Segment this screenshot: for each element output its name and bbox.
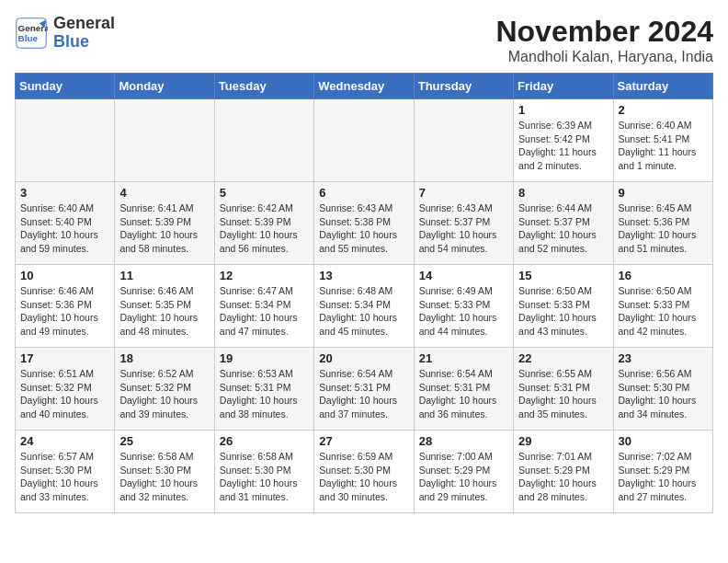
calendar-cell: 6Sunrise: 6:43 AM Sunset: 5:38 PM Daylig… xyxy=(314,182,414,265)
day-info: Sunrise: 6:51 AM Sunset: 5:32 PM Dayligh… xyxy=(20,367,109,421)
day-info: Sunrise: 6:43 AM Sunset: 5:38 PM Dayligh… xyxy=(319,201,408,256)
calendar-cell: 26Sunrise: 6:58 AM Sunset: 5:30 PM Dayli… xyxy=(214,431,313,513)
calendar-week-row: 17Sunrise: 6:51 AM Sunset: 5:32 PM Dayli… xyxy=(16,348,713,431)
day-info: Sunrise: 6:45 AM Sunset: 5:36 PM Dayligh… xyxy=(619,201,708,256)
calendar-cell: 25Sunrise: 6:58 AM Sunset: 5:30 PM Dayli… xyxy=(115,431,214,513)
col-saturday: Saturday xyxy=(613,74,712,99)
day-number: 11 xyxy=(119,269,209,282)
day-number: 16 xyxy=(619,269,708,282)
title-block: November 2024 Mandholi Kalan, Haryana, I… xyxy=(495,15,713,65)
page-header: General Blue General Blue November 2024 … xyxy=(15,15,713,65)
day-number: 3 xyxy=(20,186,109,200)
col-monday: Monday xyxy=(115,74,214,99)
calendar-title: November 2024 xyxy=(495,15,713,49)
day-number: 29 xyxy=(518,434,608,448)
day-number: 18 xyxy=(119,351,209,365)
day-number: 30 xyxy=(619,434,708,448)
col-thursday: Thursday xyxy=(414,74,513,99)
calendar-cell: 11Sunrise: 6:46 AM Sunset: 5:35 PM Dayli… xyxy=(115,265,214,348)
col-tuesday: Tuesday xyxy=(214,74,313,99)
calendar-table: Sunday Monday Tuesday Wednesday Thursday… xyxy=(15,73,713,513)
day-info: Sunrise: 6:43 AM Sunset: 5:37 PM Dayligh… xyxy=(419,201,508,256)
calendar-week-row: 1Sunrise: 6:39 AM Sunset: 5:42 PM Daylig… xyxy=(16,99,713,182)
day-info: Sunrise: 6:49 AM Sunset: 5:33 PM Dayligh… xyxy=(419,284,508,339)
calendar-week-row: 3Sunrise: 6:40 AM Sunset: 5:40 PM Daylig… xyxy=(16,182,713,265)
calendar-cell: 28Sunrise: 7:00 AM Sunset: 5:29 PM Dayli… xyxy=(414,431,513,513)
col-friday: Friday xyxy=(514,74,613,99)
logo: General Blue General Blue xyxy=(15,15,115,52)
calendar-cell: 3Sunrise: 6:40 AM Sunset: 5:40 PM Daylig… xyxy=(16,182,115,265)
calendar-cell: 27Sunrise: 6:59 AM Sunset: 5:30 PM Dayli… xyxy=(314,431,414,513)
day-info: Sunrise: 6:46 AM Sunset: 5:36 PM Dayligh… xyxy=(20,284,109,339)
day-info: Sunrise: 6:40 AM Sunset: 5:41 PM Dayligh… xyxy=(619,119,708,173)
day-number: 15 xyxy=(518,269,608,282)
calendar-week-row: 10Sunrise: 6:46 AM Sunset: 5:36 PM Dayli… xyxy=(16,265,713,348)
day-info: Sunrise: 6:48 AM Sunset: 5:34 PM Dayligh… xyxy=(319,284,408,339)
calendar-body: 1Sunrise: 6:39 AM Sunset: 5:42 PM Daylig… xyxy=(16,99,713,513)
header-row: Sunday Monday Tuesday Wednesday Thursday… xyxy=(16,74,713,99)
calendar-cell xyxy=(414,99,513,182)
day-info: Sunrise: 6:44 AM Sunset: 5:37 PM Dayligh… xyxy=(518,201,608,256)
calendar-cell: 2Sunrise: 6:40 AM Sunset: 5:41 PM Daylig… xyxy=(613,99,712,182)
calendar-cell: 23Sunrise: 6:56 AM Sunset: 5:30 PM Dayli… xyxy=(613,348,712,431)
day-number: 20 xyxy=(319,351,408,365)
calendar-week-row: 24Sunrise: 6:57 AM Sunset: 5:30 PM Dayli… xyxy=(16,431,713,513)
calendar-cell: 9Sunrise: 6:45 AM Sunset: 5:36 PM Daylig… xyxy=(613,182,712,265)
day-number: 13 xyxy=(319,269,408,282)
calendar-cell: 10Sunrise: 6:46 AM Sunset: 5:36 PM Dayli… xyxy=(16,265,115,348)
day-number: 12 xyxy=(220,269,309,282)
calendar-cell: 21Sunrise: 6:54 AM Sunset: 5:31 PM Dayli… xyxy=(414,348,513,431)
day-info: Sunrise: 6:46 AM Sunset: 5:35 PM Dayligh… xyxy=(119,284,209,339)
calendar-cell: 14Sunrise: 6:49 AM Sunset: 5:33 PM Dayli… xyxy=(414,265,513,348)
day-info: Sunrise: 6:39 AM Sunset: 5:42 PM Dayligh… xyxy=(518,119,608,173)
col-sunday: Sunday xyxy=(16,74,115,99)
day-number: 27 xyxy=(319,434,408,448)
calendar-cell: 18Sunrise: 6:52 AM Sunset: 5:32 PM Dayli… xyxy=(115,348,214,431)
day-number: 6 xyxy=(319,186,408,200)
day-info: Sunrise: 6:40 AM Sunset: 5:40 PM Dayligh… xyxy=(20,201,109,256)
calendar-cell xyxy=(115,99,214,182)
day-info: Sunrise: 6:57 AM Sunset: 5:30 PM Dayligh… xyxy=(20,450,109,504)
day-number: 17 xyxy=(20,351,109,365)
calendar-cell: 29Sunrise: 7:01 AM Sunset: 5:29 PM Dayli… xyxy=(514,431,613,513)
logo-line2: Blue xyxy=(53,33,115,52)
day-info: Sunrise: 6:58 AM Sunset: 5:30 PM Dayligh… xyxy=(119,450,209,504)
day-info: Sunrise: 6:56 AM Sunset: 5:30 PM Dayligh… xyxy=(619,367,708,421)
day-number: 2 xyxy=(619,103,708,117)
calendar-cell xyxy=(16,99,115,182)
day-info: Sunrise: 7:02 AM Sunset: 5:29 PM Dayligh… xyxy=(619,450,708,504)
day-info: Sunrise: 6:41 AM Sunset: 5:39 PM Dayligh… xyxy=(119,201,209,256)
day-number: 14 xyxy=(419,269,508,282)
day-number: 10 xyxy=(20,269,109,282)
day-info: Sunrise: 6:59 AM Sunset: 5:30 PM Dayligh… xyxy=(319,450,408,504)
calendar-cell: 24Sunrise: 6:57 AM Sunset: 5:30 PM Dayli… xyxy=(16,431,115,513)
day-number: 19 xyxy=(220,351,309,365)
calendar-cell: 17Sunrise: 6:51 AM Sunset: 5:32 PM Dayli… xyxy=(16,348,115,431)
calendar-subtitle: Mandholi Kalan, Haryana, India xyxy=(495,49,713,65)
day-number: 22 xyxy=(518,351,608,365)
day-info: Sunrise: 7:01 AM Sunset: 5:29 PM Dayligh… xyxy=(518,450,608,504)
calendar-cell: 19Sunrise: 6:53 AM Sunset: 5:31 PM Dayli… xyxy=(214,348,313,431)
day-info: Sunrise: 6:53 AM Sunset: 5:31 PM Dayligh… xyxy=(220,367,309,421)
calendar-cell: 5Sunrise: 6:42 AM Sunset: 5:39 PM Daylig… xyxy=(214,182,313,265)
calendar-cell: 16Sunrise: 6:50 AM Sunset: 5:33 PM Dayli… xyxy=(613,265,712,348)
day-info: Sunrise: 7:00 AM Sunset: 5:29 PM Dayligh… xyxy=(419,450,508,504)
day-number: 24 xyxy=(20,434,109,448)
day-number: 1 xyxy=(518,103,608,117)
logo-text: General Blue xyxy=(53,15,115,52)
day-info: Sunrise: 6:55 AM Sunset: 5:31 PM Dayligh… xyxy=(518,367,608,421)
calendar-cell: 12Sunrise: 6:47 AM Sunset: 5:34 PM Dayli… xyxy=(214,265,313,348)
calendar-cell: 7Sunrise: 6:43 AM Sunset: 5:37 PM Daylig… xyxy=(414,182,513,265)
calendar-cell: 8Sunrise: 6:44 AM Sunset: 5:37 PM Daylig… xyxy=(514,182,613,265)
calendar-cell: 20Sunrise: 6:54 AM Sunset: 5:31 PM Dayli… xyxy=(314,348,414,431)
day-info: Sunrise: 6:54 AM Sunset: 5:31 PM Dayligh… xyxy=(319,367,408,421)
calendar-cell xyxy=(314,99,414,182)
day-number: 28 xyxy=(419,434,508,448)
day-info: Sunrise: 6:50 AM Sunset: 5:33 PM Dayligh… xyxy=(518,284,608,339)
day-info: Sunrise: 6:50 AM Sunset: 5:33 PM Dayligh… xyxy=(619,284,708,339)
day-number: 4 xyxy=(119,186,209,200)
calendar-cell: 13Sunrise: 6:48 AM Sunset: 5:34 PM Dayli… xyxy=(314,265,414,348)
day-info: Sunrise: 6:54 AM Sunset: 5:31 PM Dayligh… xyxy=(419,367,508,421)
day-info: Sunrise: 6:47 AM Sunset: 5:34 PM Dayligh… xyxy=(220,284,309,339)
day-number: 9 xyxy=(619,186,708,200)
